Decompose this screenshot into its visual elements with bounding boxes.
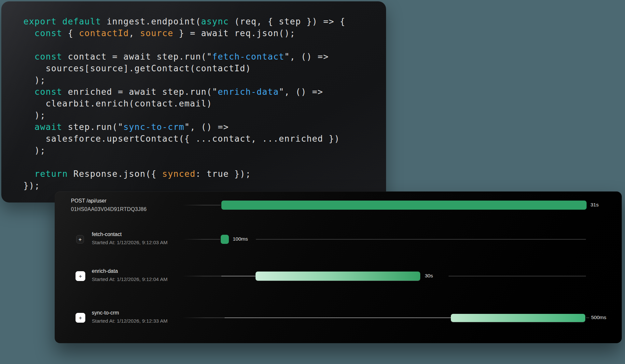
step-started-at: Started At: 1/12/2026, 9:12:04 AM (92, 276, 168, 282)
step-started-at: Started At: 1/12/2026, 9:12:03 AM (92, 240, 168, 245)
code-block: export default inngest.endpoint(async (r… (23, 16, 345, 191)
step-started-at: Started At: 1/12/2026, 9:12:33 AM (92, 318, 168, 324)
step-name: sync-to-crm (92, 310, 119, 316)
request-duration-label: 31s (590, 202, 599, 208)
code-editor-panel: export default inngest.endpoint(async (r… (1, 1, 386, 203)
step-name: enrich-data (92, 268, 118, 274)
page-background: export default inngest.endpoint(async (r… (0, 0, 625, 364)
step-duration-label: 30s (425, 273, 433, 279)
timeline-track (182, 317, 225, 318)
timeline-track (586, 317, 589, 318)
step-span-bar[interactable] (451, 314, 585, 322)
timeline-track (182, 205, 221, 205)
request-method-path: POST /api/user (71, 198, 106, 204)
expand-step-button[interactable]: + (76, 313, 85, 323)
timeline-track (182, 239, 220, 240)
request-run-id: 01HS0AA03V04D91RTDQ3J86 (71, 206, 147, 212)
request-span-bar[interactable] (221, 201, 587, 210)
step-duration-label: 500ms (591, 315, 606, 320)
timeline-track (256, 239, 586, 240)
expand-step-button[interactable]: + (76, 271, 85, 281)
expand-step-button[interactable]: + (76, 235, 84, 244)
step-name: fetch-contact (92, 231, 122, 237)
timeline-track (182, 276, 221, 276)
timeline-elapsed-track (225, 317, 451, 318)
step-span-bar[interactable] (221, 235, 229, 244)
timeline-elapsed-track (221, 276, 256, 276)
trace-timeline-panel: POST /api/user 01HS0AA03V04D91RTDQ3J86 3… (55, 191, 622, 343)
step-duration-label: 100ms (233, 236, 248, 242)
timeline-track (449, 276, 586, 276)
step-span-bar[interactable] (256, 272, 420, 281)
